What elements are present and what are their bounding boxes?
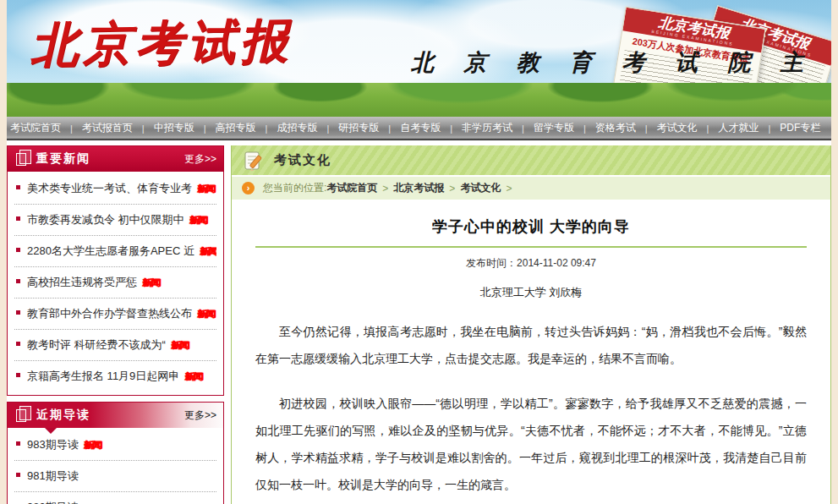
book-icon bbox=[16, 409, 26, 422]
breadcrumb-separator: > bbox=[501, 183, 517, 194]
nav-link[interactable]: 自考专版 bbox=[398, 121, 442, 135]
guide-item-text: 983期导读 bbox=[27, 438, 79, 451]
recent-guides-box: 近期导读 更多>> 983期导读新闻 981期导读新闻 980期导读新闻 979… bbox=[7, 402, 224, 504]
main-column: 考试文化 › 您当前的位置: 考试院首页> 北京考试报> 考试文化> 学子心中的… bbox=[231, 145, 831, 504]
guide-list-item[interactable]: 983期导读新闻 bbox=[14, 430, 216, 461]
nav-separator: | bbox=[63, 123, 80, 134]
article-paragraph: 初进校园，校训映入眼帘——“德以明理，学以精工”。寥寥数字，给予我雄厚又不乏慈爱… bbox=[255, 390, 807, 498]
nav-link[interactable]: 人才就业 bbox=[716, 121, 760, 135]
important-news-more-link[interactable]: 更多>> bbox=[184, 152, 216, 167]
news-item-text: 市教委再发减负令 初中仅限期中 bbox=[27, 213, 184, 226]
nav-item: 留学专版 | bbox=[532, 121, 594, 135]
new-icon: 新闻 bbox=[197, 308, 214, 320]
news-list-item[interactable]: 教考时评 科研经费不该成为“新闻 bbox=[14, 330, 216, 361]
breadcrumb-link[interactable]: 北京考试报 bbox=[393, 181, 444, 195]
new-icon: 新闻 bbox=[171, 339, 188, 352]
news-list-item[interactable]: 美术类专业统一考试、体育专业考新闻 bbox=[14, 173, 216, 205]
nav-item: 自考专版 | bbox=[398, 121, 460, 135]
nav-link[interactable]: 考试报首页 bbox=[80, 121, 134, 135]
important-news-header: 重要新闻 更多>> bbox=[8, 146, 223, 172]
banner-grass-decoration bbox=[7, 83, 831, 117]
nav-separator: | bbox=[638, 123, 655, 134]
news-item-text: 京籍高考生报名 11月9日起网申 bbox=[27, 370, 179, 382]
breadcrumb-link[interactable]: 考试院首页 bbox=[326, 181, 377, 195]
section-header: 考试文化 bbox=[232, 145, 830, 177]
nav-item: 研招专版 | bbox=[337, 121, 398, 135]
recent-guides-header: 近期导读 更多>> bbox=[8, 403, 223, 428]
title-divider bbox=[255, 246, 807, 248]
new-icon: 新闻 bbox=[184, 370, 201, 383]
news-list-item[interactable]: 教育部中外合作办学督查热线公布新闻 bbox=[14, 299, 216, 330]
breadcrumb-separator: > bbox=[444, 183, 460, 194]
nav-link[interactable]: 资格考试 bbox=[594, 121, 638, 135]
breadcrumb-item: 北京考试报> bbox=[393, 181, 460, 195]
organizer-text: 北 京 教 育 考 试 院 主 办 bbox=[411, 47, 831, 78]
nav-item: 资格考试 | bbox=[594, 121, 655, 135]
guide-list-item[interactable]: 980期导读新闻 bbox=[14, 492, 216, 504]
guide-item-text: 980期导读 bbox=[27, 501, 79, 504]
news-item-text: 高校招生违规将受严惩 bbox=[27, 276, 137, 288]
nav-link[interactable]: 非学历考试 bbox=[460, 121, 514, 135]
nav-item: 成招专版 | bbox=[275, 121, 337, 135]
nav-item: 高招专版 | bbox=[214, 121, 276, 135]
breadcrumb-item: 考试文化> bbox=[460, 181, 517, 195]
nav-item: 考试文化 | bbox=[655, 121, 717, 135]
article-title: 学子心中的校训 大学的向导 bbox=[255, 216, 807, 237]
guide-list-item[interactable]: 981期导读新闻 bbox=[14, 461, 216, 492]
nav-separator: | bbox=[319, 123, 337, 134]
nav-separator: | bbox=[699, 123, 717, 134]
news-item-text: 2280名大学生志愿者服务APEC 近 bbox=[27, 244, 194, 257]
news-list-item[interactable]: 2280名大学生志愿者服务APEC 近新闻 bbox=[14, 236, 216, 267]
nav-link[interactable]: 留学专版 bbox=[532, 121, 576, 135]
nav-item: 人才就业 | bbox=[716, 121, 778, 135]
news-item-text: 教育部中外合作办学督查热线公布 bbox=[27, 307, 192, 320]
nav-link[interactable]: 中招专版 bbox=[152, 121, 196, 135]
nav-link[interactable]: PDF专栏 bbox=[778, 121, 822, 135]
nav-separator: | bbox=[442, 123, 460, 134]
breadcrumb: › 您当前的位置: 考试院首页> 北京考试报> 考试文化> bbox=[232, 177, 830, 200]
new-icon: 新闻 bbox=[142, 277, 159, 289]
nav-link[interactable]: 研招专版 bbox=[337, 121, 381, 135]
news-list-item[interactable]: 高校招生违规将受严惩新闻 bbox=[14, 267, 216, 299]
breadcrumb-prefix: 您当前的位置: bbox=[263, 181, 326, 195]
recent-guides-title: 近期导读 bbox=[36, 408, 184, 423]
nav-separator: | bbox=[760, 123, 778, 134]
nav-item: 中招专版 | bbox=[152, 121, 214, 135]
nav-item: 考试院首页 | bbox=[8, 121, 80, 135]
nav-link[interactable]: 高招专版 bbox=[214, 121, 258, 135]
site-logo[interactable]: 北京考试报 bbox=[30, 9, 293, 78]
nav-item: 非学历考试 | bbox=[460, 121, 532, 135]
nav-link[interactable]: 考试院首页 bbox=[8, 121, 63, 135]
news-list-item[interactable]: 市教委再发减负令 初中仅限期中新闻 bbox=[14, 205, 216, 236]
page: 北京考试报 BEIJING EXAMINATIONS 北京考试报 BEIJING… bbox=[7, 0, 831, 504]
nav-link[interactable]: 成招专版 bbox=[275, 121, 319, 135]
important-news-box: 重要新闻 更多>> 美术类专业统一考试、体育专业考新闻 市教委再发减负令 初中仅… bbox=[7, 145, 224, 396]
nav-list: 考试院首页 | 考试报首页 | 中招专版 | 高招专版 | bbox=[8, 121, 830, 135]
new-icon: 新闻 bbox=[200, 245, 216, 258]
breadcrumb-link[interactable]: 考试文化 bbox=[460, 181, 501, 195]
new-icon: 新闻 bbox=[189, 214, 206, 227]
news-item-text: 教考时评 科研经费不该成为“ bbox=[27, 338, 166, 351]
book-icon bbox=[16, 153, 26, 166]
recent-guides-more-link[interactable]: 更多>> bbox=[184, 408, 216, 423]
nav-item: 考试报首页 | bbox=[80, 121, 152, 135]
article-body: 至今仍然记得，填报高考志愿时，我坐在电脑前，转过头告诉妈妈：“妈，滑档我也不会后… bbox=[255, 318, 807, 504]
news-list-item[interactable]: 京籍高考生报名 11月9日起网申新闻 bbox=[14, 361, 216, 392]
publish-time: 发布时间：2014-11-02 09:47 bbox=[255, 256, 807, 271]
nav-item: PDF专栏 | bbox=[778, 121, 822, 135]
nav-separator: | bbox=[576, 123, 594, 134]
recent-guides-list: 983期导读新闻 981期导读新闻 980期导读新闻 979期导读新闻 978期… bbox=[8, 428, 223, 504]
article-paragraph: 至今仍然记得，填报高考志愿时，我坐在电脑前，转过头告诉妈妈：“妈，滑档我也不会后… bbox=[255, 318, 807, 372]
nav-separator: | bbox=[134, 123, 152, 134]
nav-separator: | bbox=[514, 123, 532, 134]
nav-separator: | bbox=[196, 123, 214, 134]
news-item-text: 美术类专业统一考试、体育专业考 bbox=[27, 182, 192, 194]
important-news-title: 重要新闻 bbox=[36, 151, 184, 167]
breadcrumb-links: 考试院首页> 北京考试报> 考试文化> bbox=[326, 181, 517, 195]
nav-separator: | bbox=[381, 123, 398, 134]
guide-item-text: 981期导读 bbox=[27, 469, 79, 482]
nav-link[interactable]: 考试文化 bbox=[655, 121, 699, 135]
nav-separator: | bbox=[258, 123, 276, 134]
sidebar: 重要新闻 更多>> 美术类专业统一考试、体育专业考新闻 市教委再发减负令 初中仅… bbox=[7, 145, 224, 504]
important-news-list: 美术类专业统一考试、体育专业考新闻 市教委再发减负令 初中仅限期中新闻 2280… bbox=[8, 172, 223, 395]
